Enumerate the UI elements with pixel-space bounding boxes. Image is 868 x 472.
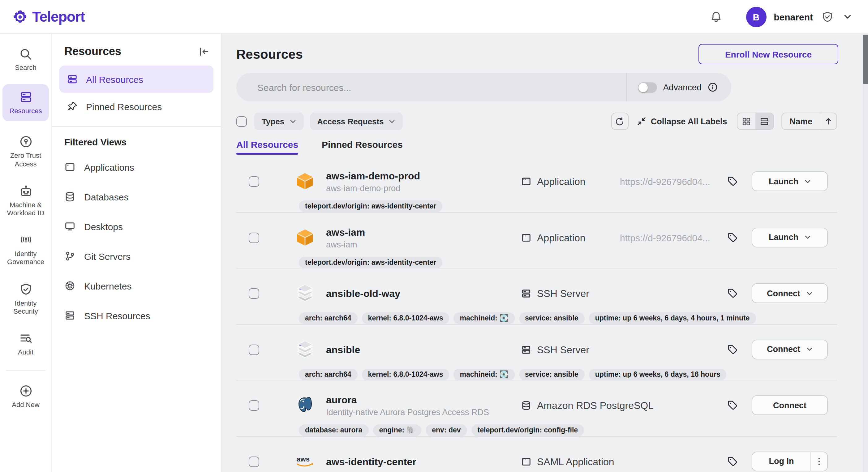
collapse-icon	[637, 117, 646, 126]
label-pills: database: aurora engine: 🐘 env: dev tele…	[299, 424, 584, 436]
sidebar-item-zero-trust-access[interactable]: Zero Trust Access	[2, 131, 49, 172]
refresh-button[interactable]	[611, 113, 628, 130]
list-magnifier-icon	[19, 332, 32, 345]
panel-item-all-resources[interactable]: All Resources	[59, 66, 213, 93]
device-trust-shield-icon[interactable]	[822, 11, 833, 23]
grid-view-button[interactable]	[738, 113, 755, 129]
fingerprint-icon	[19, 233, 32, 247]
label-pill[interactable]: uptime: up 6 weeks, 6 days, 16 hours	[589, 368, 726, 380]
advanced-toggle[interactable]	[638, 82, 657, 93]
resource-name[interactable]: ansible-old-way	[326, 288, 400, 300]
launch-button[interactable]: Launch	[752, 227, 828, 247]
server-stack-icon	[67, 74, 78, 85]
ansible-stack-icon	[295, 283, 315, 303]
tab-all-resources[interactable]: All Resources	[236, 139, 298, 155]
label-pill[interactable]: service: ansible	[519, 312, 585, 324]
resource-name[interactable]: aurora	[326, 394, 489, 406]
robot-icon	[19, 184, 32, 198]
label-pill[interactable]: uptime: up 6 weeks, 6 days, 4 hours, 1 m…	[589, 312, 756, 324]
access-requests-filter-button[interactable]: Access Requests	[310, 113, 403, 130]
row-checkbox[interactable]	[249, 176, 259, 187]
label-pill[interactable]: teleport.dev/origin: aws-identity-center	[299, 256, 442, 268]
filter-item-ssh-resources[interactable]: SSH Resources	[52, 301, 221, 331]
list-view-button[interactable]	[755, 113, 773, 129]
label-pill[interactable]: kernel: 6.8.0-1024-aws	[362, 368, 450, 380]
sidebar-item-identity-governance[interactable]: Identity Governance	[2, 229, 49, 270]
row-checkbox[interactable]	[249, 456, 259, 467]
resource-type: Application	[537, 176, 586, 187]
collapse-panel-icon[interactable]	[198, 46, 210, 58]
kebab-menu-icon[interactable]	[811, 457, 827, 466]
label-pill[interactable]: machineid: 💽	[454, 368, 515, 380]
label-pill[interactable]: engine: 🐘	[373, 424, 421, 436]
sort-button[interactable]: Name	[781, 113, 837, 130]
resource-name[interactable]: aws-iam-demo-prod	[326, 170, 420, 182]
filtered-views-heading: Filtered Views	[52, 129, 221, 152]
select-all-checkbox[interactable]	[236, 116, 247, 126]
resource-name[interactable]: aws-identity-center	[326, 455, 416, 467]
tag-icon[interactable]	[727, 455, 738, 467]
tag-icon[interactable]	[727, 344, 738, 355]
aws-cube-icon	[295, 227, 315, 247]
label-pill[interactable]: arch: aarch64	[299, 368, 358, 380]
types-filter-button[interactable]: Types	[254, 113, 304, 130]
connect-button[interactable]: Connect	[752, 395, 828, 415]
server-stack-icon	[64, 310, 75, 321]
notifications-bell-icon[interactable]	[709, 10, 722, 23]
log-in-button[interactable]: Log In	[752, 451, 828, 471]
row-checkbox[interactable]	[249, 344, 259, 355]
sidebar-item-resources[interactable]: Resources	[2, 84, 49, 121]
row-checkbox[interactable]	[249, 232, 259, 243]
teleport-logo[interactable]: Teleport	[12, 8, 85, 25]
label-pill[interactable]: arch: aarch64	[299, 312, 358, 324]
enroll-new-resource-button[interactable]: Enroll New Resource	[699, 44, 838, 64]
label-pill[interactable]: database: aurora	[299, 424, 368, 436]
scrollbar-thumb[interactable]	[863, 35, 868, 84]
label-pill[interactable]: kernel: 6.8.0-1024-aws	[362, 312, 450, 324]
collapse-all-labels-button[interactable]: Collapse All Labels	[637, 117, 727, 126]
panel-item-pinned-resources[interactable]: Pinned Resources	[59, 93, 213, 120]
user-menu-chevron-icon[interactable]	[843, 12, 852, 21]
sidebar-item-audit[interactable]: Audit	[2, 328, 49, 360]
search-icon	[19, 48, 32, 61]
connect-button[interactable]: Connect	[752, 283, 828, 303]
avatar[interactable]: B	[746, 6, 766, 27]
resource-address: https://d-926796d04...	[620, 232, 710, 244]
filter-item-applications[interactable]: Applications	[52, 152, 221, 182]
label-pill[interactable]: teleport.dev/origin: config-file	[471, 424, 584, 436]
panel-title: Resources	[64, 45, 121, 58]
launch-button[interactable]: Launch	[752, 171, 828, 191]
label-pill[interactable]: env: dev	[426, 424, 467, 436]
label-pill[interactable]: teleport.dev/origin: aws-identity-center	[299, 200, 442, 212]
tag-icon[interactable]	[727, 400, 738, 411]
sidebar-item-add-new[interactable]: Add New	[2, 380, 49, 413]
tag-icon[interactable]	[727, 288, 738, 299]
toolbar: Types Access Requests Col	[236, 113, 837, 130]
label-pill[interactable]: service: ansible	[519, 368, 585, 380]
filter-item-git-servers[interactable]: Git Servers	[52, 241, 221, 271]
keyhole-circle-icon	[19, 135, 32, 149]
resource-name[interactable]: ansible	[326, 344, 360, 355]
connect-button[interactable]: Connect	[752, 339, 828, 359]
info-icon[interactable]	[708, 82, 718, 92]
search-bar: Advanced	[236, 73, 731, 101]
filter-item-kubernetes[interactable]: Kubernetes	[52, 271, 221, 301]
search-input[interactable]	[236, 73, 626, 101]
panel-divider	[52, 126, 221, 127]
resource-name[interactable]: aws-iam	[326, 226, 365, 238]
sidebar-item-identity-security[interactable]: Identity Security	[2, 279, 49, 319]
sidebar-item-machine-workload-id[interactable]: Machine & Workload ID	[2, 181, 49, 221]
row-checkbox[interactable]	[249, 400, 259, 411]
scrollbar[interactable]	[863, 34, 868, 472]
sidebar-item-search[interactable]: Search	[2, 44, 49, 75]
tag-icon[interactable]	[727, 232, 738, 243]
plus-circle-icon	[19, 384, 32, 398]
row-checkbox[interactable]	[249, 288, 259, 299]
topbar-right: B benarent	[709, 6, 852, 27]
tab-pinned-resources[interactable]: Pinned Resources	[322, 139, 403, 155]
tag-icon[interactable]	[727, 176, 738, 187]
brand-name: Teleport	[32, 8, 85, 25]
label-pill[interactable]: machineid: 💽	[454, 312, 515, 324]
filter-item-desktops[interactable]: Desktops	[52, 212, 221, 241]
filter-item-databases[interactable]: Databases	[52, 182, 221, 212]
